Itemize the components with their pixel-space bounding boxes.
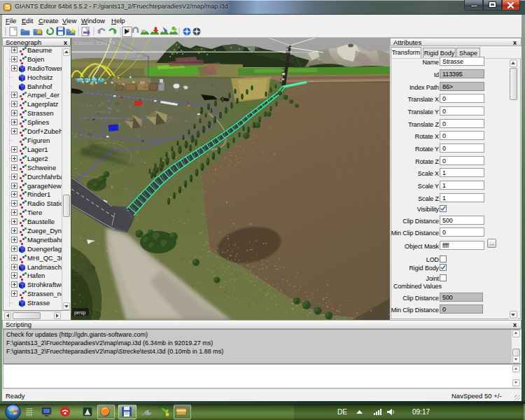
svg-text:persp: persp <box>74 310 86 316</box>
svg-text:Distance 1068.58: Distance 1068.58 <box>74 40 115 46</box>
